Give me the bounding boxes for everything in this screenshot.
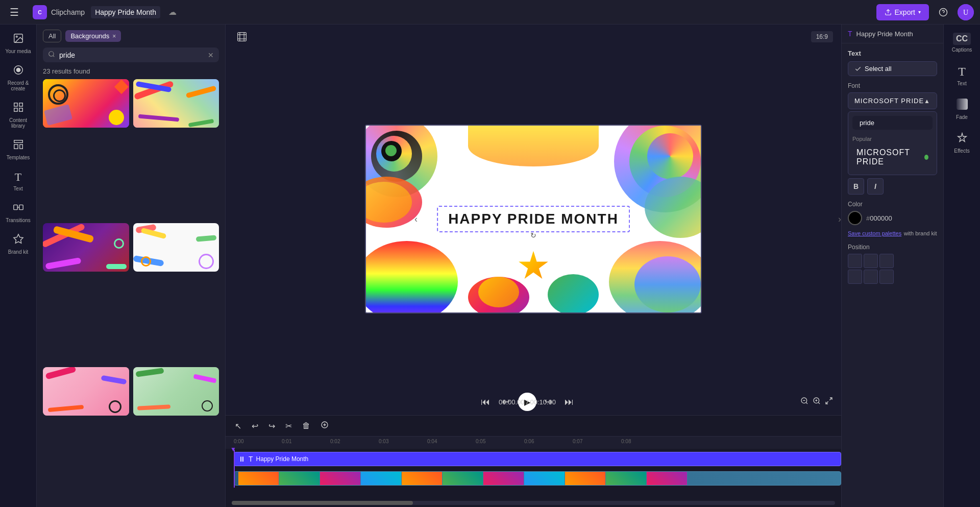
timeline-toolbar: ↖ ↩ ↪ ✂ 🗑 — [226, 416, 841, 437]
hamburger-menu[interactable]: ☰ — [6, 4, 22, 20]
position-label: Position — [848, 244, 937, 251]
project-title[interactable]: Happy Pride Month — [91, 6, 160, 18]
ruler-mark-2: 0:02 — [330, 439, 340, 444]
font-dropdown[interactable]: MICROSOFT PRIDE ▲ — [848, 92, 937, 109]
text-track-label: Happy Pride Month — [256, 455, 309, 463]
font-option-name: MICROSOFT PRIDE — [856, 148, 924, 166]
timeline-delete-button[interactable]: 🗑 — [299, 419, 313, 432]
topbar: ☰ C Clipchamp Happy Pride Month ☁ Export… — [0, 0, 980, 25]
save-palette-suffix: with brand kit — [904, 230, 937, 236]
sidebar-item-templates[interactable]: Templates — [2, 135, 35, 164]
svg-rect-17 — [19, 205, 22, 209]
svg-rect-14 — [14, 144, 17, 149]
media-item-2[interactable] — [133, 79, 219, 128]
zoom-out-button[interactable] — [800, 397, 808, 407]
filter-all-button[interactable]: All — [43, 30, 61, 42]
font-search-dropdown: Popular MICROSOFT PRIDE — [848, 111, 937, 175]
filter-backgrounds-tag[interactable]: Backgrounds × — [65, 30, 121, 42]
svg-line-27 — [818, 402, 820, 404]
sidebar-item-your-media[interactable]: Your media — [2, 29, 35, 58]
sidebar-label-templates: Templates — [7, 155, 30, 160]
props-title: Happy Pride Month — [856, 30, 913, 38]
brand-kit-icon — [13, 233, 24, 247]
video-clip[interactable] — [234, 471, 841, 486]
position-grid — [848, 254, 937, 284]
color-hex-value: #000000 — [866, 214, 892, 222]
canvas-frame-icon[interactable] — [234, 29, 250, 45]
timeline-undo-button[interactable]: ↩ — [249, 419, 261, 433]
pos-mid-center[interactable] — [864, 270, 878, 284]
media-item-5[interactable] — [43, 367, 129, 416]
svg-rect-9 — [14, 103, 17, 106]
pos-top-left[interactable] — [848, 254, 862, 268]
canvas-top-bar: 16:9 — [226, 25, 841, 49]
font-section-popular-label: Popular — [852, 134, 933, 144]
sidebar-label-record-create: Record & create — [4, 80, 33, 91]
playback-right — [800, 397, 833, 407]
svg-rect-45 — [957, 99, 968, 110]
zoom-in-button[interactable] — [813, 397, 821, 407]
svg-line-31 — [826, 401, 828, 404]
search-clear-icon[interactable]: ✕ — [208, 51, 214, 59]
save-custom-palettes-link[interactable]: Save custom palettes — [848, 230, 901, 236]
timeline-cursor-tool[interactable]: ↖ — [232, 419, 244, 433]
playback-controls: ⏮ ↩ ▶ ↪ ⏭ 00:00.00 / 00:10.00 — [226, 389, 841, 415]
select-all-button[interactable]: Select all — [848, 61, 937, 76]
timeline-scrollbar-thumb[interactable] — [232, 501, 413, 505]
fade-icon — [957, 99, 968, 112]
sidebar-item-brand-kit[interactable]: Brand kit — [2, 229, 35, 259]
select-all-label: Select all — [865, 65, 892, 73]
timeline-playhead[interactable] — [234, 450, 235, 488]
expand-left-icon[interactable]: ‹ — [414, 213, 418, 224]
fullscreen-button[interactable] — [825, 397, 833, 407]
search-bar: ✕ — [37, 47, 225, 67]
font-option-microsoft-pride[interactable]: MICROSOFT PRIDE — [852, 144, 933, 171]
italic-button[interactable]: I — [867, 178, 884, 195]
main-content: Your media Record & create Content libra… — [0, 25, 980, 507]
sidebar-item-content-library[interactable]: Content library — [2, 98, 35, 133]
media-item-4[interactable] — [133, 223, 219, 272]
sync-icon: ☁ — [168, 7, 177, 17]
font-search-input[interactable] — [860, 119, 943, 127]
font-search-input-wrap — [852, 116, 933, 130]
text-section-label: Text — [848, 50, 937, 57]
text-clip[interactable]: ⏸ T Happy Pride Month — [234, 452, 841, 466]
export-button[interactable]: Export ▾ — [876, 4, 929, 20]
pos-mid-left[interactable] — [848, 270, 862, 284]
skip-back-button[interactable]: ⏮ — [477, 395, 494, 409]
bold-button[interactable]: B — [848, 178, 864, 195]
ruler-mark-8: 0:08 — [621, 439, 631, 444]
right-tool-effects[interactable]: Effects — [946, 128, 978, 158]
user-avatar[interactable] — [958, 4, 974, 20]
timeline-content[interactable]: 0:00 0:01 0:02 0:03 0:04 0:05 0:06 0:07 … — [226, 437, 841, 499]
right-tool-captions[interactable]: CC Captions — [946, 29, 978, 57]
timeline-scrollbar[interactable] — [232, 501, 835, 505]
timeline-cut-button[interactable]: ✂ — [282, 419, 295, 433]
svg-line-30 — [829, 398, 832, 400]
media-item-3[interactable] — [43, 223, 129, 272]
skip-forward-button[interactable]: ⏭ — [560, 395, 578, 409]
svg-line-21 — [53, 56, 55, 57]
ruler-mark-6: 0:06 — [524, 439, 534, 444]
app-logo: C Clipchamp — [33, 5, 85, 19]
media-item-6[interactable] — [133, 367, 219, 416]
color-swatch[interactable] — [848, 211, 862, 225]
pos-top-center[interactable] — [864, 254, 878, 268]
expand-right-icon[interactable]: › — [838, 213, 841, 224]
media-item-1[interactable] — [43, 79, 129, 128]
timeline-redo-button[interactable]: ↪ — [265, 419, 278, 433]
filter-close-icon[interactable]: × — [112, 33, 116, 40]
pos-top-right[interactable] — [879, 254, 894, 268]
results-count: 23 results found — [37, 67, 225, 79]
right-tool-fade[interactable]: Fade — [946, 94, 978, 124]
text-track: ⏸ T Happy Pride Month — [226, 450, 841, 468]
sidebar-item-transitions[interactable]: Transitions — [2, 198, 35, 227]
sidebar-item-text[interactable]: T Text — [2, 166, 35, 196]
timeline-add-button[interactable] — [317, 419, 332, 433]
sidebar-item-record-create[interactable]: Record & create — [2, 60, 35, 95]
canvas-section: 16:9 — [226, 25, 841, 507]
search-input[interactable] — [59, 51, 204, 59]
right-tool-text[interactable]: T Text — [946, 61, 978, 90]
help-button[interactable] — [935, 4, 951, 20]
pos-mid-right[interactable] — [879, 270, 894, 284]
